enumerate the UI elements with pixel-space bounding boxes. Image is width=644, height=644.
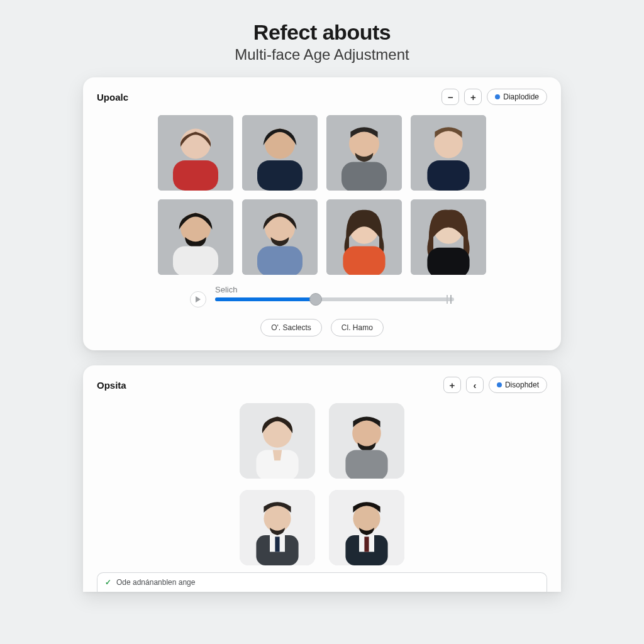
svg-rect-34 <box>275 536 279 552</box>
add-button[interactable]: + <box>443 377 461 393</box>
slider-thumb[interactable] <box>309 293 322 306</box>
play-button[interactable] <box>190 291 206 308</box>
page-subtitle: Multi-face Age Adjustment <box>0 46 644 64</box>
output-panel: Opsita + ‹ Disophdet ✓ Od <box>83 365 561 592</box>
page-title: Refect abouts <box>0 20 644 45</box>
download2-button[interactable]: Disophdet <box>489 377 547 393</box>
svg-rect-23 <box>427 248 469 275</box>
svg-rect-20 <box>343 246 385 275</box>
clear-button[interactable]: Cl. Hamo <box>331 319 384 336</box>
download-label: Diaplodide <box>503 92 539 101</box>
result-tile[interactable] <box>329 403 404 479</box>
slider-label: Selich <box>215 285 237 294</box>
panel1-title: Upoalc <box>97 92 128 103</box>
face-tile[interactable] <box>158 199 233 275</box>
svg-rect-17 <box>257 246 303 275</box>
minus-icon: − <box>448 92 453 103</box>
plus-icon: + <box>470 92 476 103</box>
face-tile[interactable] <box>242 199 318 275</box>
result-tile[interactable] <box>240 403 315 479</box>
plus-icon: + <box>450 380 455 391</box>
download-icon <box>495 94 500 99</box>
download-button[interactable]: Diaplodide <box>487 89 547 105</box>
check-icon: ✓ <box>105 578 111 587</box>
face-tile[interactable] <box>242 115 318 191</box>
svg-rect-14 <box>173 246 218 275</box>
slider-track <box>215 297 454 301</box>
back-button[interactable]: ‹ <box>466 377 484 393</box>
svg-rect-29 <box>345 450 387 479</box>
status-notice: ✓ Ode adnánanblen ange <box>97 572 547 592</box>
result-tile[interactable] <box>240 490 315 565</box>
age-slider[interactable]: Selich <box>215 297 454 301</box>
zoom-in-button[interactable]: + <box>464 89 482 105</box>
download-icon <box>497 382 502 387</box>
result-tile[interactable] <box>329 490 404 565</box>
slider-end-tick <box>450 295 452 304</box>
face-tile[interactable] <box>326 199 402 275</box>
svg-rect-8 <box>341 162 387 191</box>
play-icon <box>195 296 201 303</box>
face-tile[interactable] <box>411 115 486 191</box>
upload-panel: Upoalc − + Diaplodide <box>83 77 561 350</box>
select-button[interactable]: O'. Saclects <box>260 319 322 336</box>
svg-rect-39 <box>364 536 369 552</box>
face-grid <box>97 115 547 275</box>
status-text: Ode adnánanblen ange <box>116 578 195 587</box>
face-tile[interactable] <box>411 199 486 275</box>
chevron-left-icon: ‹ <box>473 380 476 391</box>
svg-rect-5 <box>257 160 303 191</box>
slider-fill <box>215 297 316 301</box>
face-tile[interactable] <box>158 115 233 191</box>
svg-rect-2 <box>173 160 218 191</box>
zoom-out-button[interactable]: − <box>441 89 459 105</box>
svg-rect-11 <box>427 160 469 191</box>
face-tile[interactable] <box>326 115 402 191</box>
result-grid <box>97 403 547 565</box>
download2-label: Disophdet <box>505 380 539 389</box>
panel2-title: Opsita <box>97 380 126 391</box>
